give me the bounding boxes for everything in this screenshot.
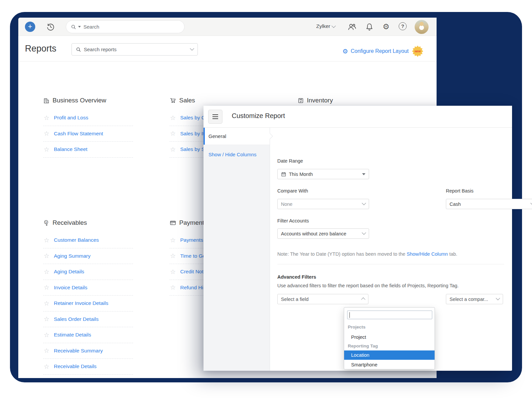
- help-icon[interactable]: ?: [399, 22, 408, 32]
- new-badge: NEW: [412, 46, 423, 57]
- field-dropdown: Projects Project Reporting Tag Location …: [344, 307, 435, 369]
- report-basis-select[interactable]: Cash: [446, 199, 532, 209]
- report-link-row[interactable]: ☆Cash Flow Statement: [43, 126, 133, 142]
- report-link[interactable]: Receivable Summary: [54, 348, 103, 354]
- report-link[interactable]: Aging Details: [54, 269, 84, 275]
- configure-report-layout-label: Configure Report Layout: [351, 48, 409, 54]
- page-title: Reports: [25, 44, 57, 54]
- report-link[interactable]: Balance Sheet: [54, 146, 87, 152]
- recent-history-icon[interactable]: [46, 22, 55, 32]
- tab-label: General: [208, 133, 226, 139]
- star-icon[interactable]: ☆: [43, 300, 50, 307]
- report-link[interactable]: Aging Summary: [54, 253, 90, 259]
- star-icon[interactable]: ☆: [170, 146, 176, 153]
- report-basis-value: Cash: [450, 201, 531, 207]
- report-link-row[interactable]: ☆Receivable Details: [43, 359, 133, 375]
- users-icon[interactable]: [347, 22, 357, 32]
- star-icon[interactable]: ☆: [43, 146, 50, 153]
- section-title: Business Overview: [53, 97, 106, 104]
- star-icon[interactable]: ☆: [43, 363, 50, 370]
- cart-icon: [170, 97, 176, 104]
- package-icon: [298, 97, 304, 104]
- help-question-glyph: ?: [399, 22, 407, 30]
- report-link-row[interactable]: ☆Customer Balances: [43, 232, 133, 248]
- chevron-up-icon: [361, 298, 365, 302]
- show-hide-column-link[interactable]: Show/Hide Column: [407, 251, 448, 257]
- report-link-row[interactable]: ☆Receivable Summary: [43, 343, 133, 359]
- star-icon[interactable]: ☆: [43, 284, 50, 291]
- filter-accounts-select[interactable]: Accounts without zero balance: [277, 228, 369, 239]
- date-range-label: Date Range: [277, 158, 303, 164]
- report-link[interactable]: Cash Flow Statement: [54, 131, 103, 137]
- report-link[interactable]: Sales Order Details: [54, 316, 98, 322]
- dropdown-option[interactable]: Smartphone: [344, 360, 435, 369]
- report-search-select[interactable]: Search reports: [71, 43, 198, 56]
- search-icon: [76, 47, 81, 52]
- report-link-row[interactable]: ☆Invoice Details: [43, 280, 133, 296]
- hamburger-menu-icon[interactable]: [208, 110, 222, 124]
- dropdown-search-input[interactable]: [347, 311, 432, 319]
- caret-down-icon: [362, 173, 365, 175]
- search-scope-caret-icon[interactable]: [78, 26, 81, 28]
- dropdown-option-highlighted[interactable]: Location: [344, 350, 435, 360]
- quick-create-button[interactable]: +: [25, 22, 35, 32]
- star-icon[interactable]: ☆: [43, 252, 50, 260]
- dropdown-option[interactable]: Project: [344, 332, 435, 342]
- report-link-row[interactable]: ☆Aging Details: [43, 264, 133, 280]
- star-icon[interactable]: ☆: [170, 236, 176, 244]
- star-icon[interactable]: ☆: [170, 268, 176, 276]
- note-text-suffix: tab.: [448, 251, 457, 257]
- report-search-placeholder: Search reports: [84, 47, 191, 52]
- note-text: Note: The Year to Date (YTD) option has …: [277, 251, 407, 257]
- star-icon[interactable]: ☆: [43, 331, 50, 339]
- star-icon[interactable]: ☆: [43, 347, 50, 354]
- star-icon[interactable]: ☆: [170, 114, 176, 122]
- compare-with-select[interactable]: None: [277, 199, 369, 209]
- chevron-down-icon: [362, 201, 366, 205]
- report-link[interactable]: Receivable Details: [54, 363, 96, 369]
- report-link[interactable]: Invoice Details: [54, 285, 87, 291]
- report-link-row[interactable]: ☆Sales Order Details: [43, 312, 133, 328]
- modal-title: Customize Report: [232, 112, 285, 120]
- date-range-select[interactable]: This Month: [277, 169, 369, 179]
- filter-accounts-label: Filter Accounts: [277, 218, 309, 223]
- report-link[interactable]: Estimate Details: [54, 332, 91, 338]
- svg-text:$: $: [46, 220, 47, 223]
- global-search-input[interactable]: Search: [66, 20, 185, 33]
- compare-with-label: Compare With: [277, 188, 308, 194]
- select-comparator-combo[interactable]: Select a compar...: [446, 294, 503, 304]
- dropdown-group-label: Reporting Tag: [348, 343, 378, 348]
- star-icon[interactable]: ☆: [170, 252, 176, 260]
- settings-gear-icon[interactable]: ⚙: [381, 22, 391, 32]
- configure-report-layout-link[interactable]: ⚙ Configure Report Layout NEW: [342, 46, 423, 57]
- modal-body: Date Range This Month Compare With None …: [270, 128, 512, 371]
- report-basis-label: Report Basis: [446, 188, 473, 194]
- star-icon[interactable]: ☆: [43, 130, 50, 137]
- star-icon[interactable]: ☆: [43, 268, 50, 276]
- section-title: Sales: [179, 97, 195, 104]
- star-icon[interactable]: ☆: [43, 236, 50, 244]
- report-link[interactable]: Retainer Invoice Details: [54, 300, 108, 306]
- report-link[interactable]: Customer Balances: [54, 237, 99, 243]
- star-icon[interactable]: ☆: [170, 284, 176, 291]
- tab-general[interactable]: General: [203, 128, 270, 145]
- report-link-row[interactable]: ☆Balance Sheet: [43, 142, 133, 158]
- tab-show-hide-columns[interactable]: Show / Hide Columns: [203, 146, 270, 163]
- user-avatar[interactable]: [415, 20, 429, 34]
- report-link-row[interactable]: ☆Aging Summary: [43, 248, 133, 264]
- star-icon[interactable]: ☆: [170, 130, 176, 137]
- report-link-row[interactable]: ☆Retainer Invoice Details: [43, 296, 133, 312]
- report-link-row[interactable]: ☆Profit and Loss: [43, 110, 133, 126]
- credit-card-icon: [170, 219, 176, 226]
- report-link-row[interactable]: ☆Estimate Details: [43, 327, 133, 343]
- star-icon[interactable]: ☆: [43, 315, 50, 323]
- ytd-note: Note: The Year to Date (YTD) option has …: [277, 251, 457, 257]
- org-switcher[interactable]: Zylker: [316, 23, 335, 29]
- section-title: Inventory: [307, 97, 333, 104]
- report-link[interactable]: Profit and Loss: [54, 115, 88, 121]
- calendar-icon: [281, 172, 286, 177]
- notifications-bell-icon[interactable]: [365, 22, 374, 32]
- select-field-combo[interactable]: Select a field: [277, 294, 368, 304]
- org-name: Zylker: [316, 23, 330, 29]
- star-icon[interactable]: ☆: [43, 114, 50, 122]
